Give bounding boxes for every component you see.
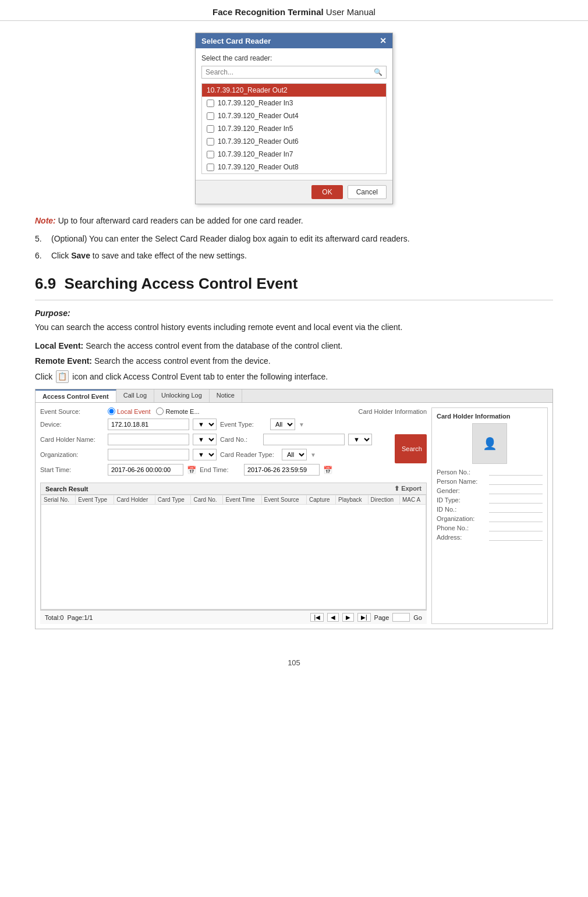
calendar-icon-start[interactable]: 📅: [187, 466, 196, 474]
ac-left-panel: Event Source: Local Event Remote E... Ca…: [40, 407, 427, 624]
purpose-label: Purpose:: [35, 309, 553, 318]
result-header: Search Result ⬆ Export: [41, 483, 426, 495]
page-header: Face Recognition Terminal User Manual: [0, 0, 588, 21]
step-5-number: 5.: [35, 233, 47, 245]
card-field: Organization:: [437, 515, 543, 522]
dialog-list-item[interactable]: 10.7.39.120_Reader In5: [202, 122, 386, 135]
device-input[interactable]: [108, 419, 189, 430]
first-page-btn[interactable]: |◀: [310, 613, 324, 622]
card-field: Person Name:: [437, 478, 543, 485]
section-number: 6.9: [35, 275, 56, 292]
remote-event-radio-text: Remote E...: [165, 408, 199, 415]
time-row: Start Time: 📅 End Time: 📅: [40, 464, 390, 476]
dialog-list-checkbox[interactable]: [207, 138, 214, 146]
end-time-label: End Time:: [200, 466, 240, 473]
end-time-input[interactable]: [244, 464, 320, 476]
ok-button[interactable]: OK: [311, 185, 342, 199]
tab-access-control-event[interactable]: Access Control Event: [36, 389, 116, 402]
event-source-label: Event Source:: [40, 408, 104, 415]
card-no-select[interactable]: ▼: [348, 434, 372, 445]
card-field: Address:: [437, 534, 543, 541]
result-col-event-time: Event Time: [223, 495, 261, 505]
dialog-list-checkbox[interactable]: [207, 112, 214, 120]
next-page-btn[interactable]: ▶: [342, 613, 354, 622]
search-button[interactable]: Search: [395, 434, 427, 463]
dialog-search-box: 🔍: [201, 66, 387, 79]
dialog-list-item-text: 10.7.39.120_Reader Out4: [218, 112, 299, 120]
event-source-row: Event Source: Local Event Remote E... Ca…: [40, 407, 427, 415]
start-time-label: Start Time:: [40, 466, 104, 473]
page-input[interactable]: [392, 613, 410, 622]
empty-result-cell: [41, 505, 426, 609]
remote-event-text: Search the access control event from the…: [92, 356, 271, 366]
result-col-direction: Direction: [368, 495, 399, 505]
card-field-value: [489, 487, 543, 494]
dialog-list-checkbox[interactable]: [207, 100, 214, 107]
card-field-value: [489, 469, 543, 476]
local-event-radio[interactable]: [108, 407, 115, 415]
start-time-input[interactable]: [108, 464, 183, 476]
card-field: Phone No.:: [437, 524, 543, 531]
step-6: 6. Click Save to save and take effect of…: [35, 250, 553, 262]
tab-call-log[interactable]: Call Log: [116, 389, 154, 402]
remote-event-radio-label[interactable]: Remote E...: [156, 407, 199, 415]
card-field-label: Organization:: [437, 515, 489, 522]
dialog-list-item-text: 10.7.39.120_Reader Out8: [218, 163, 299, 171]
device-select[interactable]: ▼: [193, 419, 217, 430]
ac-footer: Total:0 Page:1/1 |◀ ◀ ▶ ▶| Page Go: [40, 610, 427, 624]
card-holder-name-select[interactable]: ▼: [193, 434, 217, 445]
step-6-bold: Save: [71, 251, 90, 260]
form-row-2: Device: ▼ Event Type: All ▼ Card Holder …: [40, 419, 427, 479]
event-source-radio-group: Local Event Remote E...: [108, 407, 200, 415]
avatar: 👤: [472, 423, 507, 464]
dialog-list-checkbox[interactable]: [207, 151, 214, 158]
purpose-text: You can search the access control histor…: [35, 321, 553, 334]
prev-page-btn[interactable]: ◀: [327, 613, 339, 622]
dialog-search-input[interactable]: [202, 66, 370, 78]
close-icon[interactable]: ✕: [380, 36, 387, 45]
card-holder-panel: Card Holder Information 👤 Person No.:Per…: [431, 407, 548, 624]
export-button[interactable]: ⬆ Export: [394, 485, 421, 492]
dialog-list-item-text: 10.7.39.120_Reader In7: [218, 150, 293, 158]
event-type-label: Event Type:: [220, 421, 267, 428]
dialog-list-item[interactable]: 10.7.39.120_Reader Out4: [202, 109, 386, 122]
dialog-body: Select the card reader: 🔍 10.7.39.120_Re…: [196, 48, 392, 180]
card-no-input[interactable]: [263, 434, 345, 445]
card-field: ID No.:: [437, 506, 543, 513]
result-col-event-source: Event Source: [261, 495, 306, 505]
dialog-list-item[interactable]: 10.7.39.120_Reader In7: [202, 148, 386, 161]
dialog-list-checkbox[interactable]: [207, 125, 214, 133]
organization-input[interactable]: [108, 449, 189, 460]
dialog-list-item[interactable]: 10.7.39.120_Reader In3: [202, 97, 386, 109]
access-control-icon: 📋: [56, 370, 69, 383]
dialog-list-item[interactable]: 10.7.39.120_Reader Out8: [202, 161, 386, 173]
remote-event-radio[interactable]: [156, 407, 164, 415]
event-type-select[interactable]: All: [270, 419, 295, 430]
tab-notice[interactable]: Notice: [210, 389, 242, 402]
page-text: Page:1/1: [67, 614, 93, 621]
card-holder-name-input[interactable]: [108, 434, 189, 445]
cancel-button[interactable]: Cancel: [348, 185, 387, 199]
section-heading: 6.9 Searching Access Control Event: [35, 275, 553, 293]
click-after: icon and click Access Control Event tab …: [72, 370, 328, 383]
local-event-radio-label[interactable]: Local Event: [108, 407, 150, 415]
note-prefix: Note:: [35, 216, 56, 225]
local-event-label: Local Event:: [35, 341, 83, 350]
search-result-section: Search Result ⬆ Export Serial No.Event T…: [40, 483, 427, 610]
result-col-serial-no.: Serial No.: [41, 495, 76, 505]
card-holder-name-label: Card Holder Name:: [40, 436, 104, 443]
dialog-footer: OK Cancel: [196, 180, 392, 204]
card-holder-info-title: Card Holder Information: [359, 408, 427, 415]
tab-unlocking-log[interactable]: Unlocking Log: [154, 389, 210, 402]
dialog-list-checkbox[interactable]: [207, 164, 214, 171]
organization-select[interactable]: ▼: [193, 449, 217, 460]
result-col-event-type: Event Type: [76, 495, 114, 505]
total-text: Total:0: [45, 614, 63, 621]
access-control-interface: Access Control Event Call Log Unlocking …: [35, 389, 553, 629]
calendar-icon-end[interactable]: 📅: [323, 466, 332, 474]
last-page-btn[interactable]: ▶|: [357, 613, 371, 622]
dialog-list-item[interactable]: 10.7.39.120_Reader Out2: [202, 84, 386, 97]
dialog-list-item[interactable]: 10.7.39.120_Reader Out6: [202, 135, 386, 148]
result-table: Serial No.Event TypeCard HolderCard Type…: [41, 495, 426, 609]
card-reader-type-select[interactable]: All: [282, 449, 307, 460]
